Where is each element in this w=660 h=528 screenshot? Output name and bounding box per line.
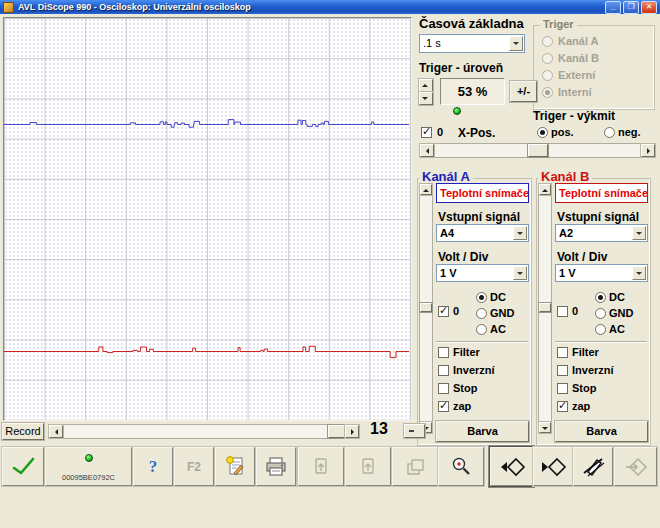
trigger-level-sign-button[interactable]: +/- bbox=[510, 81, 537, 102]
channel-a-color-button[interactable]: Barva bbox=[436, 421, 529, 442]
channel-b-invert-checkbox[interactable] bbox=[557, 365, 568, 376]
record-scrollbar[interactable] bbox=[48, 424, 360, 439]
trace-channel-a bbox=[4, 120, 409, 128]
diamond-next-icon bbox=[539, 455, 567, 479]
channel-b-zero-checkbox[interactable] bbox=[557, 306, 568, 317]
record-scroll-left-button[interactable] bbox=[49, 425, 63, 438]
trigger-source-kanal-a-radio[interactable] bbox=[542, 36, 553, 47]
channel-b-stop-checkbox[interactable] bbox=[557, 383, 568, 394]
channel-b-dc-radio[interactable] bbox=[595, 292, 606, 303]
printer-icon bbox=[264, 455, 288, 479]
record-spin-button[interactable] bbox=[404, 424, 425, 438]
channel-b-position-slider[interactable] bbox=[538, 183, 552, 434]
report-button[interactable] bbox=[215, 447, 255, 486]
xpos-zero-checkbox[interactable] bbox=[421, 127, 432, 138]
channel-a-voltdiv-label: Volt / Div bbox=[438, 250, 488, 264]
window-title: AVL DiScope 990 - Osciloskop: Univerzáln… bbox=[18, 2, 251, 12]
trigger-source-kanal-b-radio[interactable] bbox=[542, 53, 553, 64]
trigger-source-kanal-a-label: Kanál A bbox=[558, 35, 599, 47]
trigger-source-kanal-b-label: Kanál B bbox=[558, 52, 599, 64]
channel-b-on-checkbox[interactable] bbox=[557, 401, 568, 412]
import-record-button[interactable] bbox=[298, 447, 344, 486]
print-button[interactable] bbox=[256, 447, 296, 486]
help-button[interactable]: ? bbox=[133, 447, 173, 486]
channel-b-slider-thumb[interactable] bbox=[539, 303, 551, 312]
trigger-level-up-button[interactable] bbox=[419, 79, 433, 92]
trigger-level-label: Triger - úroveň bbox=[419, 61, 503, 75]
chevron-down-icon[interactable] bbox=[513, 266, 527, 280]
restore-button[interactable]: ❐ bbox=[623, 1, 639, 14]
record-scroll-right-button[interactable] bbox=[345, 425, 359, 438]
channel-a-dc-radio[interactable] bbox=[476, 292, 487, 303]
channel-b-dc-label: DC bbox=[609, 291, 625, 303]
channel-a-invert-checkbox[interactable] bbox=[438, 365, 449, 376]
chevron-down-icon[interactable] bbox=[513, 226, 527, 240]
channel-b-zero-label: 0 bbox=[572, 305, 578, 317]
chevron-down-icon[interactable] bbox=[632, 226, 646, 240]
channel-b-voltdiv-select[interactable]: 1 V bbox=[555, 264, 648, 282]
device-status-button[interactable]: 00095BE0792C bbox=[45, 447, 132, 486]
export-record-button[interactable] bbox=[345, 447, 391, 486]
timebase-heading: Časová základna bbox=[419, 16, 524, 31]
channel-a-zero-checkbox[interactable] bbox=[438, 306, 449, 317]
record-scroll-thumb[interactable] bbox=[328, 425, 345, 438]
copy-button[interactable] bbox=[392, 447, 438, 486]
no-edit-button[interactable] bbox=[573, 447, 613, 486]
channel-a-filter-label: Filter bbox=[453, 346, 480, 358]
xpos-scroll-left-button[interactable] bbox=[420, 144, 434, 157]
slope-pos-label: pos. bbox=[551, 126, 574, 138]
channel-a-gnd-radio[interactable] bbox=[476, 308, 487, 319]
channel-a-voltdiv-select[interactable]: 1 V bbox=[436, 264, 529, 282]
trigger-level-down-button[interactable] bbox=[419, 92, 433, 105]
minimize-button[interactable]: _ bbox=[605, 1, 621, 14]
channel-b-filter-checkbox[interactable] bbox=[557, 347, 568, 358]
trigger-source-externi-radio[interactable] bbox=[542, 70, 553, 81]
channel-b-invert-label: Inverzní bbox=[572, 364, 614, 376]
next-record-button[interactable] bbox=[533, 447, 573, 486]
channel-b-input-select[interactable]: A2 bbox=[555, 224, 648, 242]
channel-b-ac-radio[interactable] bbox=[595, 324, 606, 335]
channel-b-slider-down-button[interactable] bbox=[539, 422, 551, 433]
channel-b-panel: Kanál B Teplotní snímače Vstupní signál … bbox=[536, 178, 651, 446]
f2-button[interactable]: F2 bbox=[174, 447, 214, 486]
channel-a-slider-up-button[interactable] bbox=[420, 184, 432, 195]
channel-b-input-value: A2 bbox=[559, 226, 631, 240]
channel-a-position-slider[interactable] bbox=[419, 183, 433, 434]
xpos-scroll-right-button[interactable] bbox=[641, 144, 655, 157]
channel-a-input-select[interactable]: A4 bbox=[436, 224, 529, 242]
prev-record-button[interactable] bbox=[490, 447, 533, 486]
zoom-button[interactable] bbox=[438, 447, 484, 486]
xpos-scrollbar[interactable] bbox=[419, 143, 656, 158]
channel-a-ac-radio[interactable] bbox=[476, 324, 487, 335]
channel-b-sensor-select[interactable]: Teplotní snímače bbox=[555, 183, 648, 203]
chevron-down-icon[interactable] bbox=[632, 266, 646, 280]
diamond-go-icon bbox=[623, 455, 649, 479]
trigger-source-interni-radio[interactable] bbox=[542, 87, 553, 98]
record-button[interactable]: Record bbox=[2, 423, 44, 440]
slope-pos-radio[interactable] bbox=[537, 127, 548, 138]
channel-b-slider-up-button[interactable] bbox=[539, 184, 551, 195]
channel-b-sensor-value: Teplotní snímače bbox=[559, 187, 648, 199]
timebase-select[interactable]: .1 s bbox=[419, 34, 525, 53]
channel-a-sensor-select[interactable]: Teplotní snímače bbox=[436, 183, 529, 203]
xpos-scroll-thumb[interactable] bbox=[528, 144, 548, 157]
channel-a-stop-label: Stop bbox=[453, 382, 477, 394]
channel-b-input-label: Vstupní signál bbox=[557, 210, 639, 224]
ok-button[interactable] bbox=[2, 447, 44, 486]
chevron-down-icon[interactable] bbox=[509, 36, 523, 51]
scope-traces bbox=[4, 18, 409, 418]
channel-a-stop-checkbox[interactable] bbox=[438, 383, 449, 394]
go-record-button[interactable] bbox=[614, 447, 657, 486]
channel-a-input-label: Vstupní signál bbox=[438, 210, 520, 224]
channel-a-filter-checkbox[interactable] bbox=[438, 347, 449, 358]
trigger-group-title: Triger bbox=[540, 18, 577, 30]
f2-label: F2 bbox=[187, 460, 201, 474]
channel-a-dc-label: DC bbox=[490, 291, 506, 303]
slope-neg-radio[interactable] bbox=[604, 127, 615, 138]
close-button[interactable]: ✕ bbox=[641, 1, 657, 14]
channel-b-gnd-radio[interactable] bbox=[595, 308, 606, 319]
channel-b-color-button[interactable]: Barva bbox=[555, 421, 648, 442]
question-mark-icon: ? bbox=[149, 457, 158, 477]
channel-a-on-checkbox[interactable] bbox=[438, 401, 449, 412]
channel-a-slider-thumb[interactable] bbox=[420, 303, 432, 312]
